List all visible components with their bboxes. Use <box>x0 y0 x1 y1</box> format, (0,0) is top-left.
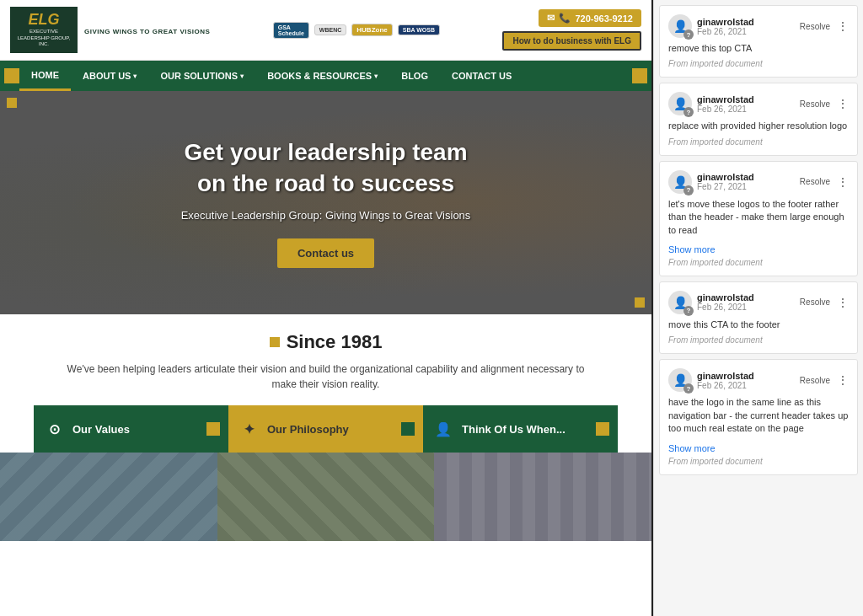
comment-header-4: 👤 ? ginawrolstad Feb 26, 2021 Resolve ⋮ <box>668 291 849 314</box>
logo-letters: ELG <box>28 12 59 27</box>
avatar-question-1: ? <box>683 29 694 40</box>
dropdown-arrow: ▾ <box>133 72 137 80</box>
comment-header-5: 👤 ? ginawrolstad Feb 26, 2021 Resolve ⋮ <box>668 368 849 392</box>
nav-yellow-decoration <box>632 68 647 83</box>
tab-values-decoration <box>206 422 220 436</box>
comment-date-2: Feb 26, 2021 <box>697 104 754 114</box>
hero-decoration-br <box>635 297 645 308</box>
avatar-question-2: ? <box>683 107 694 117</box>
comments-panel: 👤 ? ginawrolstad Feb 26, 2021 Resolve ⋮ … <box>653 0 863 616</box>
comment-meta-5: ginawrolstad Feb 26, 2021 <box>697 371 754 390</box>
avatar-question-4: ? <box>683 306 694 316</box>
show-more-link-3[interactable]: Show more <box>668 244 716 254</box>
comment-user-4: 👤 ? ginawrolstad Feb 26, 2021 <box>668 291 754 314</box>
logo-company-name: EXECUTIVE LEADERSHIP GROUP, INC. <box>13 29 74 48</box>
comment-text-1: remove this top CTA <box>668 42 849 55</box>
hero-subtitle: Executive Leadership Group: Giving Wings… <box>181 209 471 222</box>
comment-text-2: replace with provided higher resolution … <box>668 120 849 132</box>
hero-cta-button[interactable]: Contact us <box>277 238 374 268</box>
nav-item-home[interactable]: HOME <box>19 61 71 91</box>
hero-title: Get your leadership team on the road to … <box>181 137 471 199</box>
tab-philosophy-label: Our Philosophy <box>267 423 349 436</box>
more-button-3[interactable]: ⋮ <box>837 176 849 188</box>
tab-think-of-us[interactable]: 👤 Think Of Us When... <box>423 405 618 453</box>
comment-source-5: From imported document <box>668 457 849 466</box>
comment-meta-2: ginawrolstad Feb 26, 2021 <box>697 94 754 114</box>
tab-think-label: Think Of Us When... <box>462 423 566 436</box>
comment-actions-2: Resolve ⋮ <box>796 98 849 110</box>
avatar-4: 👤 ? <box>668 291 692 314</box>
since-yellow-decoration <box>270 337 280 347</box>
team-image-2 <box>217 453 435 541</box>
image-block-2 <box>217 453 435 541</box>
tab-values-label: Our Values <box>72 423 130 436</box>
avatar-question-5: ? <box>683 383 694 394</box>
nav-corner-decoration <box>4 68 19 83</box>
comment-user-3: 👤 ? ginawrolstad Feb 27, 2021 <box>668 170 754 194</box>
email-icon: ✉ <box>547 13 555 24</box>
comment-username-2: ginawrolstad <box>697 94 754 104</box>
hero-title-line2: on the road to success <box>197 170 454 196</box>
business-button[interactable]: How to do business with ELG <box>502 31 641 51</box>
logo-tagline-area: GIVING WINGS TO GREAT VISIONS <box>84 24 210 35</box>
nav-item-about[interactable]: ABOUT US ▾ <box>71 61 148 91</box>
header-top: ELG EXECUTIVE LEADERSHIP GROUP, INC. GIV… <box>0 0 651 61</box>
more-button-2[interactable]: ⋮ <box>837 98 849 110</box>
dropdown-arrow: ▾ <box>240 72 244 80</box>
image-block-1 <box>0 453 217 541</box>
avatar-1: 👤 ? <box>668 14 692 38</box>
values-icon: ⊙ <box>42 417 66 441</box>
nav-item-books[interactable]: BOOKS & RESOURCES ▾ <box>255 61 389 91</box>
logo-box: ELG EXECUTIVE LEADERSHIP GROUP, INC. <box>10 7 78 53</box>
comment-meta-3: ginawrolstad Feb 27, 2021 <box>697 172 754 191</box>
more-button-5[interactable]: ⋮ <box>837 374 849 386</box>
resolve-button-1[interactable]: Resolve <box>796 20 834 33</box>
comment-actions-1: Resolve ⋮ <box>796 20 849 33</box>
more-button-1[interactable]: ⋮ <box>837 20 849 32</box>
comment-source-3: From imported document <box>668 258 849 267</box>
tab-our-values[interactable]: ⊙ Our Values <box>34 405 228 453</box>
since-title-text: Since 1981 <box>287 331 383 353</box>
cert-sba: SBA WOSB <box>398 24 440 35</box>
logo-area: ELG EXECUTIVE LEADERSHIP GROUP, INC. GIV… <box>10 7 210 53</box>
show-more-link-5[interactable]: Show more <box>668 443 716 453</box>
nav-item-blog[interactable]: BLOG <box>389 61 440 91</box>
avatar-3: 👤 ? <box>668 170 692 194</box>
cert-wbenc: WBENC <box>314 24 346 35</box>
since-title: Since 1981 <box>34 331 618 353</box>
comment-header-2: 👤 ? ginawrolstad Feb 26, 2021 Resolve ⋮ <box>668 92 849 115</box>
comment-source-1: From imported document <box>668 59 849 68</box>
comment-date-4: Feb 26, 2021 <box>697 303 754 312</box>
tab-our-philosophy[interactable]: ✦ Our Philosophy <box>228 405 423 453</box>
hero-section: Get your leadership team on the road to … <box>0 91 651 314</box>
comment-card-1: 👤 ? ginawrolstad Feb 26, 2021 Resolve ⋮ … <box>659 5 858 78</box>
comment-actions-4: Resolve ⋮ <box>796 296 849 308</box>
comment-user-2: 👤 ? ginawrolstad Feb 26, 2021 <box>668 92 754 115</box>
cert-gsa: GSASchedule <box>273 22 309 39</box>
avatar-5: 👤 ? <box>668 368 692 392</box>
since-section: Since 1981 We've been helping leaders ar… <box>0 314 651 453</box>
resolve-button-2[interactable]: Resolve <box>796 98 834 110</box>
comment-header-1: 👤 ? ginawrolstad Feb 26, 2021 Resolve ⋮ <box>668 14 849 38</box>
website-panel: ELG EXECUTIVE LEADERSHIP GROUP, INC. GIV… <box>0 0 653 616</box>
nav-item-contact[interactable]: CONTACT US <box>440 61 523 91</box>
comment-text-3: let's move these logos to the footer rat… <box>668 198 849 237</box>
comment-date-1: Feb 26, 2021 <box>697 27 754 36</box>
hero-decoration-tl <box>7 98 17 108</box>
resolve-button-3[interactable]: Resolve <box>796 175 834 188</box>
comment-text-5: have the logo in the same line as this n… <box>668 396 849 435</box>
cert-logos: GSASchedule WBENC HUBZone SBA WOSB <box>273 22 440 39</box>
comment-meta-4: ginawrolstad Feb 26, 2021 <box>697 292 754 312</box>
dropdown-arrow: ▾ <box>374 72 378 80</box>
phone-bar: ✉ 📞 720-963-9212 <box>539 9 641 27</box>
comment-user-1: 👤 ? ginawrolstad Feb 26, 2021 <box>668 14 754 38</box>
hero-content: Get your leadership team on the road to … <box>181 137 471 268</box>
comment-text-4: move this CTA to the footer <box>668 319 849 331</box>
comment-card-3: 👤 ? ginawrolstad Feb 27, 2021 Resolve ⋮ … <box>659 161 858 276</box>
phone-icon: 📞 <box>559 13 571 24</box>
resolve-button-5[interactable]: Resolve <box>796 374 834 387</box>
nav-item-solutions[interactable]: OUR SOLUTIONS ▾ <box>148 61 255 91</box>
comment-date-3: Feb 27, 2021 <box>697 182 754 191</box>
resolve-button-4[interactable]: Resolve <box>796 296 834 308</box>
more-button-4[interactable]: ⋮ <box>837 297 849 308</box>
